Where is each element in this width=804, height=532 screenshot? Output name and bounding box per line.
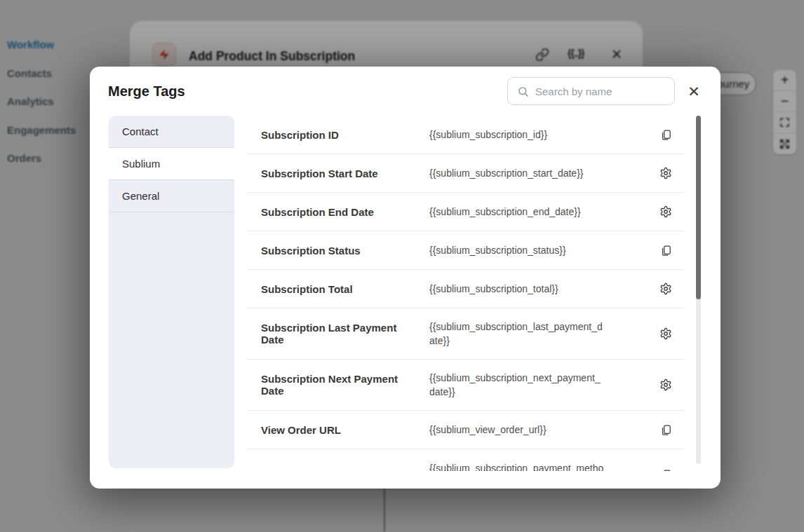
merge-tag-value: {{sublium_subscription_status}} — [429, 243, 605, 257]
merge-tag-value: {{sublium_subscription_payment_method}} — [429, 461, 605, 472]
merge-tag-value: {{sublium_subscription_total}} — [429, 282, 605, 296]
merge-tag-label: Subscription Start Date — [261, 168, 422, 179]
app-screen: Workflow Contacts Analytics Engagements … — [0, 0, 804, 532]
merge-tag-row: Subscription Next Payment Date {{sublium… — [247, 360, 684, 411]
copy-icon[interactable] — [657, 467, 674, 472]
merge-tag-value: {{sublium_subscription_end_date}} — [429, 205, 605, 219]
tab-general[interactable]: General — [109, 180, 234, 212]
merge-tag-value: {{sublium_subscription_last_payment_date… — [429, 320, 605, 348]
gear-icon[interactable] — [657, 325, 674, 342]
merge-tag-label: Subscription ID — [261, 129, 422, 141]
copy-icon[interactable] — [657, 421, 674, 438]
gear-icon[interactable] — [657, 280, 674, 297]
gear-icon[interactable] — [657, 376, 674, 393]
gear-icon[interactable] — [657, 165, 674, 182]
merge-tag-value: {{sublium_subscription_start_date}} — [429, 166, 605, 180]
merge-tag-row: Subscription Status {{sublium_subscripti… — [247, 231, 684, 270]
scrollbar-track[interactable] — [696, 116, 701, 464]
merge-tag-row: Subscription Start Date {{sublium_subscr… — [247, 154, 684, 193]
search-icon — [517, 86, 529, 97]
merge-tag-categories: Contact Sublium General — [109, 116, 234, 468]
merge-tag-label: Subscription End Date — [261, 206, 422, 218]
tab-sublium[interactable]: Sublium — [109, 148, 234, 180]
page-title: Merge Tags — [108, 83, 185, 100]
merge-tags-modal: Merge Tags ✕ Contact Sublium General Sub… — [90, 67, 721, 489]
copy-icon[interactable] — [657, 126, 674, 143]
merge-tag-row: Subscription End Date {{sublium_subscrip… — [247, 193, 684, 231]
merge-tag-row: Subscription Last Payment Date {{sublium… — [247, 308, 684, 360]
merge-tag-row: View Order URL {{sublium_view_order_url}… — [247, 411, 684, 449]
close-icon[interactable]: ✕ — [683, 80, 705, 102]
merge-tag-row: Subscription Total {{sublium_subscriptio… — [247, 270, 684, 308]
merge-tag-value: {{sublium_subscription_next_payment_date… — [429, 371, 605, 399]
search-input[interactable] — [529, 78, 682, 104]
merge-tag-list: Subscription ID {{sublium_subscription_i… — [247, 116, 684, 471]
merge-tag-row: {{sublium_subscription_payment_method}} — [247, 449, 684, 471]
merge-tag-label: Subscription Last Payment Date — [261, 322, 422, 346]
merge-tag-value: {{sublium_subscription_id}} — [429, 128, 605, 142]
tab-contact[interactable]: Contact — [109, 116, 234, 148]
gear-icon[interactable] — [657, 203, 674, 220]
merge-tag-label: Subscription Total — [261, 283, 422, 295]
scrollbar-thumb[interactable] — [696, 116, 701, 299]
merge-tag-label: Subscription Next Payment Date — [261, 373, 422, 397]
copy-icon[interactable] — [657, 242, 674, 259]
merge-tag-row: Subscription ID {{sublium_subscription_i… — [247, 116, 684, 154]
merge-tag-label: Subscription Status — [261, 245, 422, 257]
search-box — [507, 77, 675, 105]
merge-tag-value: {{sublium_view_order_url}} — [429, 423, 605, 437]
merge-tag-label: View Order URL — [261, 424, 422, 436]
